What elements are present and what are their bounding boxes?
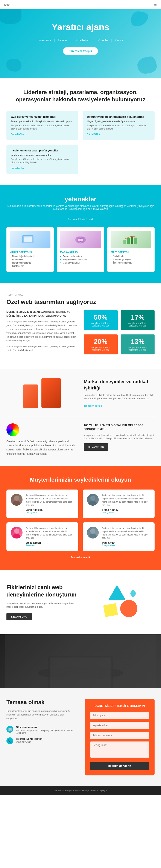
nav-sep-4: | — [111, 39, 112, 42]
office-icon-symbol: 🏢 — [8, 727, 12, 731]
community-section-title: 100 YILLIK HİZMETİ DİGİTAL BİR GELECEĞE … — [84, 423, 155, 431]
form-submit-button[interactable]: bildirim gönderin — [90, 762, 149, 770]
contact-phone: 📞 Telefon (Şehit Telefon) +90-3 107 4949 — [6, 737, 76, 744]
test-name-4: Paul Smith — [102, 541, 150, 544]
nav-sep-3: | — [93, 39, 94, 42]
svg-rect-3 — [24, 239, 27, 239]
transform-title: Fikirlerinizi canlı web deneyimlerine dö… — [6, 584, 77, 598]
service-card-2: Uygun fiyatlı, peşin ödemesiz fiyatlandı… — [83, 111, 155, 140]
nav-future[interactable]: #future — [115, 39, 123, 42]
hero-nav: hakkımızda | haberler | hizmetlerimiz | … — [6, 39, 155, 42]
transform-button[interactable]: DEVAMI OKU — [6, 613, 32, 620]
svg-rect-8 — [123, 240, 126, 244]
svg-rect-11 — [134, 238, 137, 244]
hamburger-menu[interactable]: ≡ — [154, 2, 157, 7]
color-wheel-icon — [6, 423, 19, 436]
form-email-input[interactable] — [90, 722, 149, 729]
nav-hizmetlerimiz[interactable]: hizmetlerimiz — [75, 39, 90, 42]
stat-1-num: 50% — [88, 313, 114, 321]
about-section: HAKKIMIZDA Özel web tasarımları sağlıyor… — [0, 283, 161, 369]
skill-2-item-2: Simge ve çizim kılavuzları — [60, 258, 101, 261]
community-button[interactable]: DEVAMI OKU — [84, 443, 108, 451]
stat-3-label: sample text. Click to select the text bo… — [88, 346, 114, 351]
svg-rect-2 — [24, 238, 28, 238]
test-text-3: Proin sed libero enim sed faucibus turpi… — [26, 527, 74, 539]
test-more-link[interactable]: Tan resim freepik — [71, 556, 90, 559]
svg-point-15 — [89, 501, 97, 506]
services-title: Liderlere strateji, pazarlama, organizas… — [6, 89, 155, 103]
skill-2-item-1: Görsel kimlik sistemi — [60, 255, 101, 257]
about-right: 50% sample text. Click to select the tex… — [84, 310, 155, 359]
service-1-title: 7/24 görev yönet hizmet hizmetleri — [11, 115, 74, 118]
office-label: Ofis Konumumuz — [16, 726, 76, 729]
svg-point-13 — [13, 501, 21, 506]
about-customer-label: MÜŞTERİLERİMİZ İÇİN DIŞARIDAN MÜŞTERİLER… — [6, 310, 77, 318]
skill-card-brand: MARKA STRATEJİSİ Marka değeri denetimi R… — [6, 227, 54, 272]
hero-blob-4 — [137, 57, 157, 74]
skill-2-label: MARKA KİMLİĞİ — [60, 251, 101, 253]
service-1-link[interactable]: DAHA FAZLA — [11, 133, 24, 135]
form-phone-input[interactable] — [90, 732, 149, 739]
skill-img-brand — [10, 231, 51, 248]
contact-bg-section — [0, 634, 161, 688]
products-title: Marka, deneyimler ve radikal işbirliği — [84, 379, 155, 391]
skill-1-item-3: Rekabetçi inceleme — [10, 261, 51, 264]
stat-2-label: sample text. Click to select the text bo… — [125, 322, 151, 327]
stat-4-num: 13% — [125, 338, 151, 346]
about-left: MÜŞTERİLERİMİZ İÇİN DIŞARIDAN MÜŞTERİLER… — [6, 310, 77, 354]
svg-rect-9 — [127, 238, 130, 244]
skill-3-item-2: Söz konuyu keşfet — [110, 258, 151, 261]
form-phone-field — [90, 732, 149, 739]
skill-1-item-2: Röle analizi — [10, 258, 51, 261]
test-role-1: CEO şirketi — [26, 512, 74, 514]
product-images — [6, 378, 77, 408]
phone-icon-symbol: 📞 — [8, 739, 12, 743]
skills-title: yetenekler — [6, 195, 155, 203]
test-content-4: Proin sed libero enim sed faucibus turpi… — [102, 527, 150, 547]
svg-rect-7 — [78, 239, 83, 241]
stat-box-2: 17% sample text. Click to select the tex… — [121, 310, 155, 330]
test-name-3: stella larson — [26, 541, 74, 544]
skill-1-item-1: Marka değeri denetimi — [10, 255, 51, 257]
form-name-input[interactable] — [90, 712, 149, 719]
svg-rect-27 — [51, 657, 110, 688]
svg-rect-22 — [103, 603, 118, 617]
skills-link[interactable]: Tan görüntüleyin Freepik — [68, 218, 93, 220]
nav-sep-2: | — [71, 39, 71, 42]
hero-button[interactable]: Tan resim freepik — [63, 47, 98, 55]
skill-3-item-3: İletişim stili kılavuzu — [110, 261, 151, 264]
test-text-2: Proin sed libero enim sed faucibus turpi… — [102, 494, 150, 507]
skill-2-list: Görsel kimlik sistemi Simge ve çizim kıl… — [60, 255, 101, 264]
services-section: Liderlere strateji, pazarlama, organizas… — [0, 78, 161, 185]
svg-point-12 — [14, 496, 19, 501]
svg-rect-10 — [131, 237, 133, 244]
about-body-1: Marka muşvala seni en büyük öluşunuzu gi… — [6, 320, 77, 343]
footer-text: Sample Site ile güzel web siteleri için … — [4, 789, 157, 792]
products-link[interactable]: Tan resim freepik — [84, 404, 102, 407]
skill-card-identity: MARKA KİMLİĞİ Görsel kimlik sistemi Simg… — [57, 227, 104, 272]
community-body: volutpat sed esse illum dolore eu fugiat… — [84, 434, 155, 440]
nav-musteriler[interactable]: müşteriler — [97, 39, 108, 42]
transform-body: volutpat sed esse illum dolore eu fugiat… — [6, 602, 77, 609]
service-2-body: Sample text: Click to select the text bo… — [87, 124, 150, 130]
about-label: HAKKIMIZDA — [6, 294, 155, 297]
svg-point-21 — [120, 600, 137, 617]
skill-card-strategy: EN İYİ STRATEJİ Sizin kimlik Söz konuyu … — [107, 227, 155, 272]
skill-2-item-3: Marka uygulaması — [60, 261, 101, 264]
test-content-2: Proin sed libero enim sed faucibus turpi… — [102, 494, 150, 514]
products-text: Marka, deneyimler ve radikal işbirliği S… — [84, 379, 155, 407]
form-message-input[interactable] — [90, 742, 149, 757]
test-name-1: Jonh Almeida — [26, 508, 74, 512]
nav-hakkimizda[interactable]: hakkımızda — [38, 39, 51, 42]
test-card-4: Proin sed libero enim sed faucibus turpi… — [83, 522, 155, 551]
test-card-2: Proin sed libero enim sed faucibus turpi… — [83, 490, 155, 518]
nav-haberler[interactable]: haberler — [58, 39, 68, 42]
service-3-link[interactable]: DAHA FAZLA — [11, 167, 24, 169]
phone-details: Telefon (Şehit Telefon) +90-3 107 4949 — [16, 737, 43, 743]
skills-section: yetenekler Bütün markaların sürdürülebil… — [0, 185, 161, 283]
hero-blob-3 — [6, 59, 22, 71]
service-2-link[interactable]: DAHA FAZLA — [87, 133, 100, 135]
logo: logo — [4, 3, 10, 6]
service-3-subtitle: İncelenen ve taranan profesyoneller — [11, 154, 74, 156]
footer: Sample Site ile güzel web siteleri için … — [0, 786, 161, 795]
